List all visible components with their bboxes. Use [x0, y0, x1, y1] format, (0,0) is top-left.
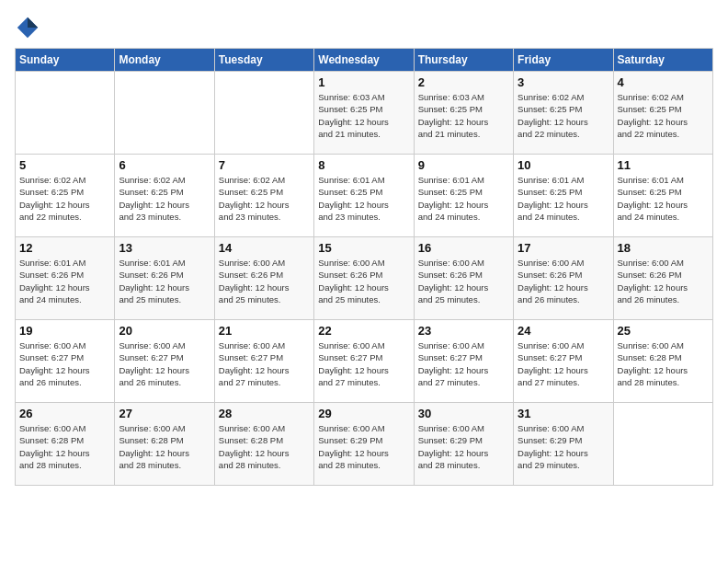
day-info: Sunrise: 6:01 AMSunset: 6:25 PMDaylight:…	[618, 174, 709, 223]
calendar-cell: 11Sunrise: 6:01 AMSunset: 6:25 PMDayligh…	[613, 155, 712, 237]
calendar-cell: 23Sunrise: 6:00 AMSunset: 6:27 PMDayligh…	[414, 320, 513, 403]
calendar-cell: 25Sunrise: 6:00 AMSunset: 6:28 PMDayligh…	[613, 320, 712, 403]
day-number: 8	[318, 158, 409, 172]
calendar-cell: 15Sunrise: 6:00 AMSunset: 6:26 PMDayligh…	[314, 237, 414, 320]
day-info: Sunrise: 6:00 AMSunset: 6:29 PMDaylight:…	[318, 422, 409, 471]
day-number: 11	[618, 158, 709, 172]
day-info: Sunrise: 6:00 AMSunset: 6:26 PMDaylight:…	[618, 257, 709, 305]
day-info: Sunrise: 6:00 AMSunset: 6:26 PMDaylight:…	[318, 257, 409, 305]
calendar-cell: 7Sunrise: 6:02 AMSunset: 6:25 PMDaylight…	[214, 155, 313, 237]
day-info: Sunrise: 6:03 AMSunset: 6:25 PMDaylight:…	[318, 91, 409, 140]
calendar-cell: 3Sunrise: 6:02 AMSunset: 6:25 PMDaylight…	[514, 72, 613, 155]
calendar-cell: 18Sunrise: 6:00 AMSunset: 6:26 PMDayligh…	[613, 237, 712, 320]
day-number: 31	[518, 407, 609, 420]
day-info: Sunrise: 6:00 AMSunset: 6:26 PMDaylight:…	[518, 257, 609, 305]
day-info: Sunrise: 6:02 AMSunset: 6:25 PMDaylight:…	[518, 91, 609, 140]
day-number: 27	[119, 407, 210, 420]
day-number: 21	[219, 324, 310, 338]
day-info: Sunrise: 6:01 AMSunset: 6:25 PMDaylight:…	[318, 174, 409, 223]
day-number: 28	[219, 407, 310, 420]
weekday-header: Saturday	[613, 49, 712, 72]
day-info: Sunrise: 6:00 AMSunset: 6:28 PMDaylight:…	[119, 422, 210, 471]
day-number: 5	[19, 158, 110, 172]
day-number: 13	[119, 241, 210, 255]
day-number: 16	[418, 241, 509, 255]
day-info: Sunrise: 6:00 AMSunset: 6:28 PMDaylight:…	[618, 339, 709, 388]
day-number: 19	[19, 324, 110, 338]
calendar-cell: 19Sunrise: 6:00 AMSunset: 6:27 PMDayligh…	[16, 320, 115, 403]
calendar-cell: 5Sunrise: 6:02 AMSunset: 6:25 PMDaylight…	[16, 155, 115, 237]
day-number: 30	[418, 407, 509, 420]
calendar-cell: 14Sunrise: 6:00 AMSunset: 6:26 PMDayligh…	[214, 237, 313, 320]
calendar-cell: 20Sunrise: 6:00 AMSunset: 6:27 PMDayligh…	[115, 320, 214, 403]
day-info: Sunrise: 6:01 AMSunset: 6:26 PMDaylight:…	[119, 257, 210, 305]
day-number: 17	[518, 241, 609, 255]
weekday-header: Sunday	[16, 49, 115, 72]
day-number: 12	[19, 241, 110, 255]
svg-marker-1	[28, 17, 38, 28]
day-info: Sunrise: 6:00 AMSunset: 6:27 PMDaylight:…	[19, 339, 110, 388]
day-number: 10	[518, 158, 609, 172]
day-info: Sunrise: 6:00 AMSunset: 6:27 PMDaylight:…	[119, 339, 210, 388]
day-number: 7	[219, 158, 310, 172]
day-number: 14	[219, 241, 310, 255]
calendar-cell: 12Sunrise: 6:01 AMSunset: 6:26 PMDayligh…	[16, 237, 115, 320]
day-info: Sunrise: 6:01 AMSunset: 6:25 PMDaylight:…	[518, 174, 609, 223]
calendar-cell: 22Sunrise: 6:00 AMSunset: 6:27 PMDayligh…	[314, 320, 414, 403]
calendar-cell: 21Sunrise: 6:00 AMSunset: 6:27 PMDayligh…	[214, 320, 313, 403]
calendar-cell: 29Sunrise: 6:00 AMSunset: 6:29 PMDayligh…	[314, 403, 414, 486]
day-number: 23	[418, 324, 509, 338]
day-number: 15	[318, 241, 409, 255]
day-info: Sunrise: 6:01 AMSunset: 6:26 PMDaylight:…	[19, 257, 110, 305]
day-number: 22	[318, 324, 409, 338]
day-info: Sunrise: 6:02 AMSunset: 6:25 PMDaylight:…	[119, 174, 210, 223]
calendar-cell: 9Sunrise: 6:01 AMSunset: 6:25 PMDaylight…	[414, 155, 513, 237]
calendar-cell	[115, 72, 214, 155]
calendar-cell	[16, 72, 115, 155]
logo-icon	[15, 15, 40, 40]
day-number: 24	[518, 324, 609, 338]
day-number: 2	[418, 75, 509, 89]
calendar-cell	[613, 403, 712, 486]
day-number: 1	[318, 75, 409, 89]
day-number: 18	[618, 241, 709, 255]
calendar-cell: 1Sunrise: 6:03 AMSunset: 6:25 PMDaylight…	[314, 72, 414, 155]
day-info: Sunrise: 6:00 AMSunset: 6:27 PMDaylight:…	[318, 339, 409, 388]
day-info: Sunrise: 6:02 AMSunset: 6:25 PMDaylight:…	[219, 174, 310, 223]
day-info: Sunrise: 6:00 AMSunset: 6:26 PMDaylight:…	[418, 257, 509, 305]
day-info: Sunrise: 6:00 AMSunset: 6:28 PMDaylight:…	[19, 422, 110, 471]
calendar-cell: 13Sunrise: 6:01 AMSunset: 6:26 PMDayligh…	[115, 237, 214, 320]
day-number: 26	[19, 407, 110, 420]
day-info: Sunrise: 6:00 AMSunset: 6:28 PMDaylight:…	[219, 422, 310, 471]
calendar-cell: 31Sunrise: 6:00 AMSunset: 6:29 PMDayligh…	[514, 403, 613, 486]
calendar-cell: 16Sunrise: 6:00 AMSunset: 6:26 PMDayligh…	[414, 237, 513, 320]
calendar-cell: 2Sunrise: 6:03 AMSunset: 6:25 PMDaylight…	[414, 72, 513, 155]
weekday-header: Thursday	[414, 49, 513, 72]
calendar-cell: 10Sunrise: 6:01 AMSunset: 6:25 PMDayligh…	[514, 155, 613, 237]
calendar-cell: 8Sunrise: 6:01 AMSunset: 6:25 PMDaylight…	[314, 155, 414, 237]
day-number: 9	[418, 158, 509, 172]
day-info: Sunrise: 6:01 AMSunset: 6:25 PMDaylight:…	[418, 174, 509, 223]
weekday-header: Wednesday	[314, 49, 414, 72]
day-info: Sunrise: 6:03 AMSunset: 6:25 PMDaylight:…	[418, 91, 509, 140]
day-number: 29	[318, 407, 409, 420]
calendar-cell: 28Sunrise: 6:00 AMSunset: 6:28 PMDayligh…	[214, 403, 313, 486]
day-info: Sunrise: 6:00 AMSunset: 6:26 PMDaylight:…	[219, 257, 310, 305]
weekday-header: Monday	[115, 49, 214, 72]
calendar-cell	[214, 72, 313, 155]
calendar-cell: 30Sunrise: 6:00 AMSunset: 6:29 PMDayligh…	[414, 403, 513, 486]
calendar-cell: 17Sunrise: 6:00 AMSunset: 6:26 PMDayligh…	[514, 237, 613, 320]
day-info: Sunrise: 6:02 AMSunset: 6:25 PMDaylight:…	[19, 174, 110, 223]
day-number: 6	[119, 158, 210, 172]
calendar-cell: 26Sunrise: 6:00 AMSunset: 6:28 PMDayligh…	[16, 403, 115, 486]
day-info: Sunrise: 6:00 AMSunset: 6:29 PMDaylight:…	[518, 422, 609, 471]
calendar-cell: 6Sunrise: 6:02 AMSunset: 6:25 PMDaylight…	[115, 155, 214, 237]
calendar-table: SundayMondayTuesdayWednesdayThursdayFrid…	[15, 48, 713, 486]
day-info: Sunrise: 6:00 AMSunset: 6:27 PMDaylight:…	[418, 339, 509, 388]
calendar-cell: 24Sunrise: 6:00 AMSunset: 6:27 PMDayligh…	[514, 320, 613, 403]
day-number: 20	[119, 324, 210, 338]
weekday-header: Tuesday	[214, 49, 313, 72]
day-number: 4	[618, 75, 709, 89]
day-info: Sunrise: 6:00 AMSunset: 6:29 PMDaylight:…	[418, 422, 509, 471]
day-number: 25	[618, 324, 709, 338]
